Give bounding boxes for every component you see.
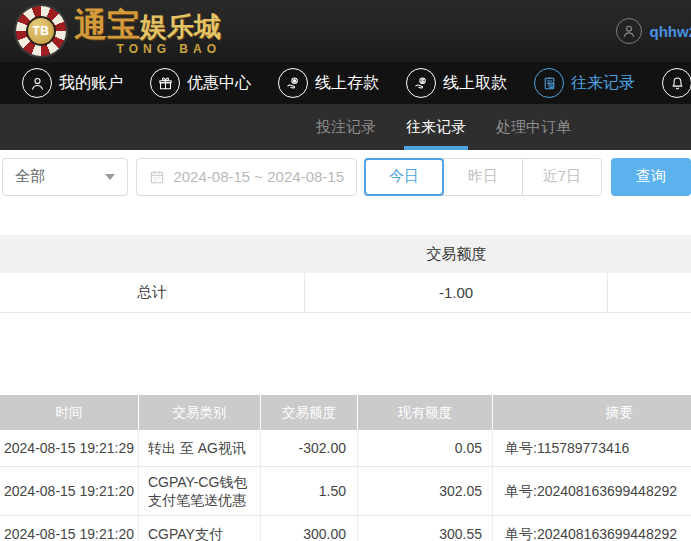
records-table-header: 时间 交易类别 交易额度 现有额度 摘要 — [0, 395, 691, 430]
tab-processing-orders[interactable]: 处理中订单 — [496, 104, 571, 150]
brand-title-sub: 娱乐城 — [140, 12, 221, 42]
cell-balance: 302.05 — [358, 467, 493, 515]
nav-label: 优惠中心 — [187, 73, 251, 94]
table-row: 2024-08-15 19:21:29 转出 至 AG视讯 -302.00 0.… — [0, 430, 691, 467]
nav-item-promotions[interactable]: 优惠中心 — [150, 68, 251, 98]
query-button[interactable]: 查询 — [611, 158, 691, 196]
brand-text: 通宝娱乐城 TONG BAO — [74, 8, 221, 55]
today-button[interactable]: 今日 — [364, 158, 444, 196]
tab-transaction-records[interactable]: 往来记录 — [406, 104, 466, 150]
cell-amount: 300.00 — [261, 516, 358, 541]
chip-monogram: TB — [26, 16, 56, 46]
topbar: TB 通宝娱乐城 TONG BAO qhhw2 — [0, 0, 691, 62]
bell-icon — [662, 68, 691, 98]
summary-total-row: 总计 -1.00 — [0, 273, 691, 313]
summary-empty-cell — [608, 273, 691, 312]
date-range-value: 2024-08-15 ~ 2024-08-15 — [173, 168, 344, 185]
col-header-amount: 交易额度 — [261, 395, 358, 430]
cell-balance: 0.05 — [358, 430, 493, 466]
cell-time: 2024-08-15 19:21:20 — [0, 467, 139, 515]
cell-balance: 300.55 — [358, 516, 493, 541]
summary-table: 交易额度 总计 -1.00 — [0, 235, 691, 313]
col-header-memo: 摘要 — [493, 395, 691, 430]
nav-item-my-account[interactable]: 我的账户 — [22, 68, 123, 98]
records-clipboard-icon — [534, 68, 564, 98]
brand-subtitle: TONG BAO — [74, 43, 221, 55]
user-area[interactable]: qhhw2 — [616, 18, 691, 44]
account-user-icon — [22, 68, 52, 98]
cell-memo: 单号:115789773416 — [493, 430, 691, 466]
records-table: 时间 交易类别 交易额度 现有额度 摘要 2024-08-15 19:21:29… — [0, 395, 691, 541]
filter-bar: 全部 2024-08-15 ~ 2024-08-15 今日 昨日 近7日 查询 — [0, 150, 691, 203]
nav-item-transaction-records[interactable]: 往来记录 — [534, 68, 635, 98]
summary-header-spacer — [0, 235, 305, 273]
main-nav: 我的账户 优惠中心 线上存款 线上取款 往来记录 — [0, 62, 691, 104]
transaction-records-page: TB 通宝娱乐城 TONG BAO qhhw2 我的账户 — [0, 0, 691, 541]
cell-type: CGPAY-CG钱包支付笔笔送优惠 — [139, 467, 261, 515]
cell-memo: 单号:202408163699448292 — [493, 467, 691, 515]
summary-header-amount: 交易额度 — [305, 235, 608, 273]
withdraw-coin-hand-icon — [406, 68, 436, 98]
summary-total-value: -1.00 — [305, 273, 608, 312]
cell-type: CGPAY支付 — [139, 516, 261, 541]
brand-logo[interactable]: TB 通宝娱乐城 TONG BAO — [16, 6, 221, 56]
category-select-value: 全部 — [15, 167, 45, 186]
nav-item-deposit[interactable]: 线上存款 — [278, 68, 379, 98]
last-7-days-button[interactable]: 近7日 — [522, 158, 602, 196]
chevron-down-icon — [105, 174, 115, 180]
nav-item-withdraw[interactable]: 线上取款 — [406, 68, 507, 98]
table-row: 2024-08-15 19:21:20 CGPAY支付 300.00 300.5… — [0, 516, 691, 541]
quick-date-button-group: 今日 昨日 近7日 — [364, 158, 602, 196]
cell-time: 2024-08-15 19:21:29 — [0, 430, 139, 466]
table-row: 2024-08-15 19:21:20 CGPAY-CG钱包支付笔笔送优惠 1.… — [0, 467, 691, 516]
col-header-balance: 现有额度 — [358, 395, 493, 430]
brand-title-main: 通宝 — [74, 6, 140, 43]
user-avatar-icon — [616, 18, 642, 44]
yesterday-button[interactable]: 昨日 — [443, 158, 523, 196]
records-subnav: 投注记录 往来记录 处理中订单 — [0, 104, 691, 150]
tab-betting-records[interactable]: 投注记录 — [316, 104, 376, 150]
col-header-type: 交易类别 — [139, 395, 261, 430]
nav-label: 往来记录 — [571, 73, 635, 94]
category-select[interactable]: 全部 — [2, 158, 128, 196]
nav-label: 线上取款 — [443, 73, 507, 94]
nav-label: 我的账户 — [59, 73, 123, 94]
cell-amount: -302.00 — [261, 430, 358, 466]
calendar-icon — [149, 169, 165, 185]
cell-amount: 1.50 — [261, 467, 358, 515]
gift-icon — [150, 68, 180, 98]
date-range-input[interactable]: 2024-08-15 ~ 2024-08-15 — [136, 158, 357, 196]
brand-title: 通宝娱乐城 — [74, 8, 221, 41]
summary-total-label: 总计 — [0, 273, 305, 312]
cell-time: 2024-08-15 19:21:20 — [0, 516, 139, 541]
summary-header-spacer — [608, 235, 691, 273]
nav-item-messages[interactable]: 信 — [662, 68, 691, 98]
cell-memo: 单号:202408163699448292 — [493, 516, 691, 541]
casino-chip-icon: TB — [16, 6, 66, 56]
summary-header-row: 交易额度 — [0, 235, 691, 273]
username[interactable]: qhhw2 — [650, 23, 691, 40]
deposit-coin-hand-icon — [278, 68, 308, 98]
cell-type: 转出 至 AG视讯 — [139, 430, 261, 466]
col-header-time: 时间 — [0, 395, 139, 430]
nav-label: 线上存款 — [315, 73, 379, 94]
